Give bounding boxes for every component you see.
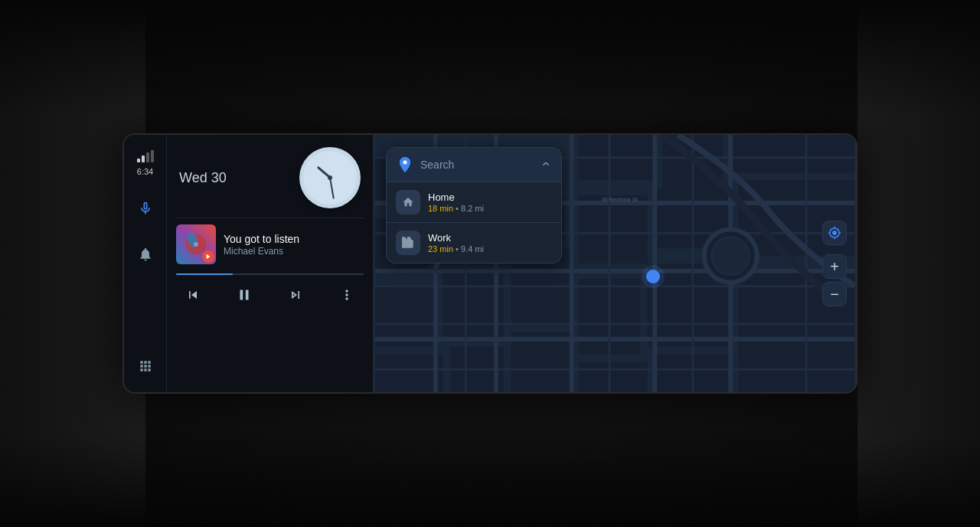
home-icon xyxy=(396,190,420,214)
sidebar: 6:34 xyxy=(124,135,167,392)
signal-bar-3 xyxy=(146,152,149,162)
home-dest-name: Home xyxy=(428,191,552,205)
progress-bar-container[interactable] xyxy=(176,273,364,275)
home-dest-dist: • 8.2 mi xyxy=(456,204,484,213)
music-badge xyxy=(202,250,214,263)
svg-point-48 xyxy=(711,237,749,274)
music-controls xyxy=(176,281,364,309)
chevron-up-icon xyxy=(540,158,552,172)
clock-center xyxy=(328,175,332,180)
time-date-area: Wed 30 xyxy=(167,135,373,218)
work-dest-dist: • 9.4 mi xyxy=(456,244,484,254)
map-area: N Fulton St Brickley St Emerson St W Ber… xyxy=(374,135,856,392)
work-dest-time: 23 min xyxy=(428,244,453,254)
progress-bar-fill xyxy=(176,273,233,275)
album-art xyxy=(176,224,216,264)
notification-icon[interactable] xyxy=(132,241,159,268)
microphone-icon[interactable] xyxy=(132,195,159,222)
location-dot xyxy=(646,270,660,283)
music-info: You got to listen Michael Evans xyxy=(176,224,364,264)
svg-point-53 xyxy=(403,161,407,165)
sidebar-time: 6:34 xyxy=(137,167,153,176)
svg-rect-21 xyxy=(580,195,648,264)
svg-rect-29 xyxy=(738,362,854,392)
more-button[interactable] xyxy=(333,281,361,309)
map-controls: + − xyxy=(822,221,847,306)
music-area: You got to listen Michael Evans xyxy=(167,218,373,392)
work-dest-details: 23 min • 9.4 mi xyxy=(428,244,552,254)
prev-button[interactable] xyxy=(179,281,207,309)
zoom-in-button[interactable]: + xyxy=(822,254,847,279)
clock-widget xyxy=(299,147,361,208)
clock-face xyxy=(303,151,357,205)
search-text: Search xyxy=(420,159,534,171)
svg-text:W Bertona St: W Bertona St xyxy=(602,196,639,203)
work-destination[interactable]: Work 23 min • 9.4 mi xyxy=(387,222,561,263)
signal-bar-2 xyxy=(142,155,145,162)
my-location-button[interactable] xyxy=(822,221,847,245)
signal-bar-1 xyxy=(137,159,140,162)
date-text: Wed 30 xyxy=(179,170,227,186)
minute-hand xyxy=(329,178,335,199)
next-button[interactable] xyxy=(282,281,309,309)
svg-rect-15 xyxy=(375,355,443,392)
home-dest-details: 18 min • 8.2 mi xyxy=(428,204,552,213)
work-dest-info: Work 23 min • 9.4 mi xyxy=(428,232,552,254)
left-content-panel: Wed 30 xyxy=(167,135,374,392)
svg-rect-27 xyxy=(580,362,648,392)
zoom-out-button[interactable]: − xyxy=(822,282,847,306)
signal-bar-4 xyxy=(151,150,154,162)
search-bar[interactable]: Search xyxy=(387,148,561,182)
android-auto-screen: 6:34 Wed 30 xyxy=(122,133,858,394)
time-display: Wed 30 xyxy=(179,170,227,186)
music-text: You got to listen Michael Evans xyxy=(224,232,364,257)
home-destination[interactable]: Home 18 min • 8.2 mi xyxy=(387,182,561,222)
home-dest-time: 18 min xyxy=(428,204,453,213)
svg-rect-20 xyxy=(730,135,854,172)
work-icon xyxy=(396,231,420,255)
svg-point-2 xyxy=(194,242,198,247)
search-overlay: Search Home 18 min xyxy=(386,147,562,264)
top-panel xyxy=(0,0,980,115)
artist-name: Michael Evans xyxy=(224,246,364,257)
pause-button[interactable] xyxy=(230,281,258,309)
bottom-panel xyxy=(0,435,980,527)
song-title: You got to listen xyxy=(224,232,364,246)
apps-icon[interactable] xyxy=(132,352,159,380)
svg-marker-3 xyxy=(207,254,211,259)
signal-icon xyxy=(137,150,154,162)
work-dest-name: Work xyxy=(428,232,552,245)
google-maps-icon xyxy=(396,155,414,174)
home-dest-info: Home 18 min • 8.2 mi xyxy=(428,191,552,214)
